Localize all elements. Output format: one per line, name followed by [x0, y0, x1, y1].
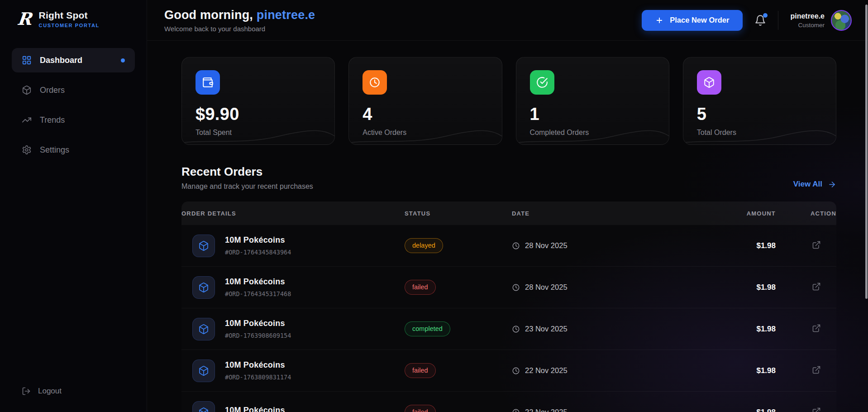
- table-row: 10M Pokécoins #ORD-1763809831174 failed …: [181, 350, 836, 392]
- external-link-icon[interactable]: [812, 240, 821, 249]
- scrollbar-thumb[interactable]: [865, 5, 868, 299]
- package-box-icon: [192, 359, 215, 382]
- order-id: #ORD-1763809831174: [225, 374, 291, 381]
- user-name: pinetree.e: [790, 12, 825, 20]
- order-product-name: 10M Pokécoins: [225, 235, 291, 245]
- orders-table: ORDER DETAILSSTATUSDATEAMOUNTACTION 10M …: [181, 201, 836, 412]
- greeting-username: pinetree.e: [257, 8, 315, 22]
- order-amount: $1.98: [756, 325, 776, 333]
- order-amount: $1.98: [756, 366, 776, 375]
- notification-dot: [763, 13, 768, 18]
- order-date: 28 Nov 2025: [525, 241, 568, 250]
- table-header-row: ORDER DETAILSSTATUSDATEAMOUNTACTION: [181, 201, 836, 225]
- section-title: Recent Orders: [181, 165, 313, 179]
- package-box-icon: [192, 318, 215, 340]
- order-product-name: 10M Pokécoins: [225, 360, 291, 370]
- column-header: ACTION: [776, 210, 836, 217]
- logout-label: Logout: [38, 387, 62, 396]
- order-product-name: 10M Pokécoins: [225, 406, 285, 412]
- notifications-button[interactable]: [754, 14, 766, 26]
- stat-value: $9.90: [196, 105, 321, 124]
- topbar: Good morning, pinetree.e Welcome back to…: [147, 0, 868, 41]
- place-new-order-button[interactable]: Place New Order: [642, 10, 743, 31]
- sidebar-item-label: Trends: [40, 115, 65, 125]
- external-link-icon[interactable]: [812, 407, 821, 412]
- stat-label: Total Spent: [196, 129, 321, 137]
- stat-value: 4: [362, 105, 488, 124]
- sidebar-item-orders[interactable]: Orders: [12, 78, 135, 102]
- clock-icon: [512, 325, 520, 333]
- order-amount: $1.98: [756, 408, 776, 412]
- sidebar-item-label: Settings: [40, 145, 69, 155]
- view-all-label: View All: [793, 180, 822, 189]
- column-header: STATUS: [405, 210, 512, 217]
- order-date: 28 Nov 2025: [525, 283, 568, 292]
- brand: R Right Spot CUSTOMER PORTAL: [0, 10, 147, 28]
- status-badge: failed: [405, 280, 436, 295]
- stat-card: 5 Total Orders: [683, 57, 836, 145]
- stats-row: $9.90 Total Spent 4 Active Orders 1 Comp…: [181, 57, 836, 145]
- column-header: AMOUNT: [702, 210, 776, 217]
- sidebar-nav: Dashboard Orders Trends Settings: [0, 48, 147, 162]
- greeting: Good morning, pinetree.e Welcome back to…: [164, 8, 315, 33]
- sidebar-item-settings[interactable]: Settings: [12, 138, 135, 162]
- greeting-subtitle: Welcome back to your dashboard: [164, 25, 315, 33]
- stat-label: Active Orders: [362, 129, 488, 137]
- dashboard-grid-icon: [22, 55, 32, 65]
- column-header: DATE: [512, 210, 702, 217]
- package-box-icon: [192, 235, 215, 257]
- clock-icon: [512, 242, 520, 250]
- clock-icon: [362, 70, 387, 95]
- order-id: #ORD-1763908609154: [225, 332, 291, 339]
- order-product-name: 10M Pokécoins: [225, 319, 291, 328]
- sidebar: R Right Spot CUSTOMER PORTAL Dashboard O…: [0, 0, 147, 412]
- page-title: Good morning, pinetree.e: [164, 8, 315, 22]
- plus-icon: [655, 16, 663, 24]
- external-link-icon[interactable]: [812, 282, 821, 291]
- status-badge: delayed: [405, 238, 443, 253]
- divider: [778, 11, 778, 30]
- check-circle-icon: [530, 70, 554, 95]
- package-box-icon: [697, 70, 721, 95]
- table-row: 10M Pokécoins failed 22 Nov 2025 $1.98: [181, 392, 836, 412]
- logout-icon: [22, 387, 31, 396]
- sidebar-item-dashboard[interactable]: Dashboard: [12, 48, 135, 72]
- table-row: 10M Pokécoins #ORD-1764345317468 failed …: [181, 267, 836, 308]
- user-menu[interactable]: pinetree.e Customer: [790, 10, 852, 31]
- user-role: Customer: [790, 22, 825, 29]
- status-badge: completed: [405, 321, 450, 336]
- order-id: #ORD-1764345317468: [225, 290, 291, 297]
- stat-card: $9.90 Total Spent: [181, 57, 335, 145]
- avatar[interactable]: [831, 10, 852, 31]
- arrow-right-icon: [828, 180, 836, 189]
- brand-name: Right Spot: [39, 10, 100, 21]
- package-box-icon: [22, 85, 32, 95]
- sidebar-item-label: Dashboard: [40, 56, 82, 65]
- stat-label: Total Orders: [697, 129, 822, 137]
- sidebar-item-trends[interactable]: Trends: [12, 108, 135, 132]
- sidebar-item-label: Orders: [40, 86, 65, 95]
- view-all-link[interactable]: View All: [793, 180, 836, 191]
- order-amount: $1.98: [756, 241, 776, 250]
- table-row: 10M Pokécoins #ORD-1763908609154 complet…: [181, 308, 836, 350]
- trend-up-icon: [22, 115, 32, 125]
- order-amount: $1.98: [756, 283, 776, 292]
- clock-icon: [512, 408, 520, 412]
- clock-icon: [512, 283, 520, 292]
- active-indicator-dot: [121, 58, 125, 62]
- logout-button[interactable]: Logout: [0, 381, 147, 399]
- table-row: 10M Pokécoins #ORD-1764345843964 delayed…: [181, 225, 836, 267]
- stat-label: Completed Orders: [530, 129, 655, 137]
- external-link-icon[interactable]: [812, 365, 821, 374]
- stat-card: 4 Active Orders: [348, 57, 502, 145]
- order-date: 22 Nov 2025: [525, 366, 568, 375]
- status-badge: failed: [405, 363, 436, 378]
- brand-subtitle: CUSTOMER PORTAL: [39, 23, 100, 28]
- package-box-icon: [192, 401, 215, 412]
- external-link-icon[interactable]: [812, 324, 821, 333]
- order-date: 22 Nov 2025: [525, 408, 568, 412]
- stat-value: 5: [697, 105, 822, 124]
- order-id: #ORD-1764345843964: [225, 249, 291, 256]
- status-badge: failed: [405, 405, 436, 412]
- order-product-name: 10M Pokécoins: [225, 277, 291, 287]
